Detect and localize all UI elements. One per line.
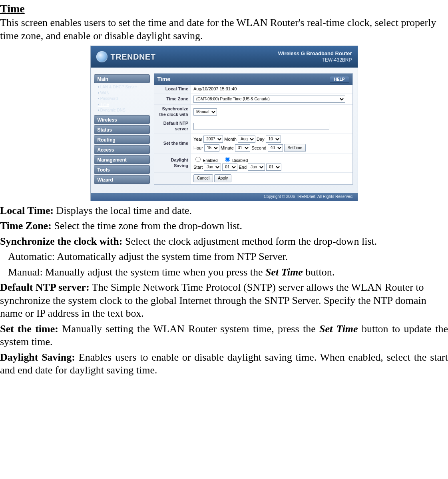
nav-status[interactable]: Status xyxy=(94,125,150,134)
help-button[interactable]: HELP xyxy=(330,76,349,83)
nav-sub-password[interactable]: Password xyxy=(98,96,150,102)
value-local-time: Aug/10/2007 15:31:40 xyxy=(191,85,352,94)
ds-end-day[interactable]: 01 xyxy=(266,164,281,171)
product-line: Wireless G Broadband Router xyxy=(278,50,352,57)
nav-tools[interactable]: Tools xyxy=(94,165,150,174)
nav-management[interactable]: Management xyxy=(94,155,150,164)
desc-sync: Synchronize the clock with: Select the c… xyxy=(0,235,448,248)
nav-access[interactable]: Access xyxy=(94,145,150,154)
page-title: Time xyxy=(157,74,170,85)
logo-icon xyxy=(96,51,108,62)
nav-main[interactable]: Main xyxy=(94,74,150,83)
month-label: Month xyxy=(224,136,237,141)
daylight-enabled-radio[interactable] xyxy=(195,157,201,162)
hour-select[interactable]: 15 xyxy=(204,144,219,152)
brand-text: TRENDNET xyxy=(111,52,156,62)
ds-start-day[interactable]: 01 xyxy=(222,164,237,171)
desc-daylight: Daylight Saving: Enables users to enable… xyxy=(0,351,448,377)
cancel-button[interactable]: Cancel xyxy=(193,174,213,182)
desc-sync-auto: Automatic: Automatically adjust the syst… xyxy=(0,250,448,263)
label-daylight: Daylight Saving xyxy=(154,154,191,172)
nav-sub-wan[interactable]: WAN xyxy=(98,90,150,96)
doc-title: Time xyxy=(0,2,448,16)
nav-sub-lan[interactable]: LAN & DHCP Server xyxy=(98,84,150,90)
year-select[interactable]: 2007 xyxy=(203,136,223,143)
day-select[interactable]: 10 xyxy=(266,136,281,143)
label-sync: Synchronize the clock with xyxy=(154,104,191,119)
desc-set-time: Set the time: Manually setting the WLAN … xyxy=(0,323,448,349)
year-label: Year xyxy=(193,136,202,141)
label-set-time: Set the time xyxy=(154,134,191,154)
timezone-select[interactable]: (GMT-08:00) Pacific Time (US & Canada) xyxy=(193,96,345,103)
desc-sync-manual: Manual: Manually adjust the system time … xyxy=(0,266,448,279)
nav-sub-time[interactable]: Time xyxy=(98,102,150,108)
daylight-disabled-radio[interactable] xyxy=(225,157,230,162)
sidebar: Main LAN & DHCP Server WAN Password Time… xyxy=(94,73,150,184)
sync-select[interactable]: Manual xyxy=(193,108,217,116)
ds-end-month[interactable]: Jan xyxy=(248,164,265,171)
nav-routing[interactable]: Routing xyxy=(94,135,150,144)
footer-copyright: Copyright © 2006 TRENDnet. All Rights Re… xyxy=(91,193,358,201)
apply-button[interactable]: Apply xyxy=(214,174,231,182)
desc-local-time: Local Time: Displays the local time and … xyxy=(0,204,448,218)
doc-intro: This screen enables users to set the tim… xyxy=(0,16,448,42)
ds-start-month[interactable]: Jan xyxy=(204,164,221,171)
day-label: Day xyxy=(257,136,265,141)
minute-label: Minute xyxy=(221,145,234,150)
ds-start-label: Start xyxy=(193,164,203,169)
router-banner: TRENDNET Wireless G Broadband Router TEW… xyxy=(91,46,358,68)
label-ntp: Default NTP server xyxy=(154,119,191,134)
minute-select[interactable]: 31 xyxy=(235,144,250,152)
nav-wizard[interactable]: Wizard xyxy=(94,175,150,184)
hour-label: Hour xyxy=(193,145,203,150)
ds-end-label: End xyxy=(239,164,247,169)
second-select[interactable]: 40 xyxy=(268,144,283,152)
model-number: TEW-432BRP xyxy=(278,57,352,63)
label-time-zone: Time Zone xyxy=(154,94,191,104)
label-local-time: Local Time xyxy=(154,85,191,94)
desc-ntp: Default NTP server: The Simple Network T… xyxy=(0,281,448,320)
daylight-enabled-label: Enabled xyxy=(203,158,218,163)
nav-sub-ddns[interactable]: Dynamic DNS xyxy=(98,108,150,114)
daylight-disabled-label: Disabled xyxy=(232,158,248,163)
second-label: Second xyxy=(251,145,266,150)
nav-wireless[interactable]: Wireless xyxy=(94,115,150,124)
month-select[interactable]: Aug xyxy=(238,136,255,143)
set-time-button[interactable]: SetTime xyxy=(284,144,306,152)
screenshot-figure: TRENDNET Wireless G Broadband Router TEW… xyxy=(0,46,448,201)
ntp-input[interactable] xyxy=(193,123,329,130)
desc-time-zone: Time Zone: Select the time zone from the… xyxy=(0,220,448,233)
